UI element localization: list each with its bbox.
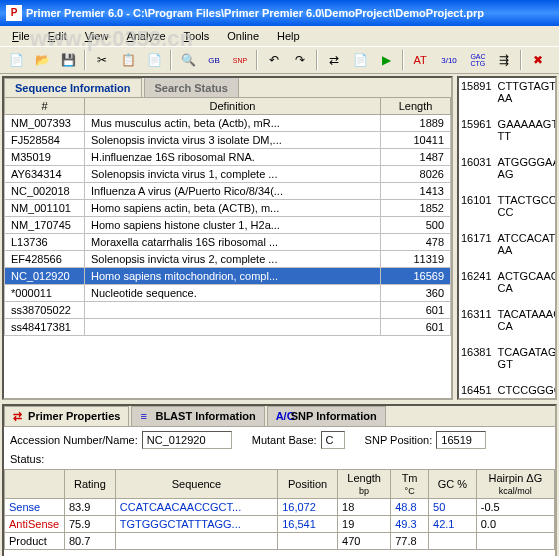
menu-tools[interactable]: Tools — [176, 28, 218, 44]
table-row[interactable]: EF428566Solenopsis invicta virus 2, comp… — [5, 251, 451, 268]
separator — [256, 50, 258, 70]
menu-analyze[interactable]: Analyze — [118, 28, 173, 44]
tool-swap[interactable]: ⇄ — [322, 49, 346, 71]
pcol-pos[interactable]: Position — [278, 470, 338, 499]
table-row[interactable]: NC_012920Homo sapiens mitochondrion, com… — [5, 268, 451, 285]
sequence-line: 16311TACATAAAGC CA — [461, 308, 553, 332]
sequence-table: # Definition Length NM_007393Mus musculu… — [4, 97, 451, 336]
tool-gb[interactable]: GB — [202, 49, 226, 71]
toolbar: 📄 📂 💾 ✂ 📋 📄 🔍 GB SNP ↶ ↷ ⇄ 📄 ▶ AT 3/10 G… — [0, 46, 559, 74]
table-row[interactable]: AY634314Solenopsis invicta virus 1, comp… — [5, 166, 451, 183]
acc-input[interactable] — [142, 431, 232, 449]
tool-save[interactable]: 💾 — [56, 49, 80, 71]
table-row[interactable]: ss38705022601 — [5, 302, 451, 319]
separator — [84, 50, 86, 70]
snp-input[interactable] — [436, 431, 486, 449]
window-title: Primer Premier 6.0 - C:\Program Files\Pr… — [26, 7, 484, 19]
separator — [316, 50, 318, 70]
separator — [402, 50, 404, 70]
tab-blast-info[interactable]: ≡ BLAST Information — [131, 406, 264, 426]
tool-search[interactable]: 🔍 — [176, 49, 200, 71]
sequence-line: 16381TCAGATAGGG GT — [461, 346, 553, 370]
tab-sequence-info[interactable]: Sequence Information — [4, 78, 142, 97]
sequence-line: 16031ATGGGGAAGC AG — [461, 156, 553, 180]
table-row[interactable]: *000011Nucleotide sequence.360 — [5, 285, 451, 302]
separator — [520, 50, 522, 70]
sequence-table-wrap[interactable]: # Definition Length NM_007393Mus musculu… — [4, 97, 451, 398]
table-row[interactable]: NM_001101Homo sapiens actin, beta (ACTB)… — [5, 200, 451, 217]
tool-new[interactable]: 📄 — [4, 49, 28, 71]
tool-open[interactable]: 📂 — [30, 49, 54, 71]
col-len[interactable]: Length — [381, 98, 451, 115]
menu-edit[interactable]: Edit — [40, 28, 75, 44]
tool-cut[interactable]: ✂ — [90, 49, 114, 71]
tool-gac[interactable]: GACCTG — [466, 49, 490, 71]
primer-row[interactable]: Sense83.9CCATCAACAACCGCT...16,0721848.85… — [5, 499, 555, 516]
table-row[interactable]: FJ528584Solenopsis invicta virus 3 isola… — [5, 132, 451, 149]
sequence-viewer[interactable]: 15891CTTGTAGTAT AA15961GAAAAAGTCT TT1603… — [457, 76, 557, 400]
pcol-gc[interactable]: GC % — [429, 470, 477, 499]
tool-copy[interactable]: 📋 — [116, 49, 140, 71]
pcol-seq[interactable]: Sequence — [115, 470, 277, 499]
tool-shuffle[interactable]: ⇶ — [492, 49, 516, 71]
tool-redo[interactable]: ↷ — [288, 49, 312, 71]
tool-undo[interactable]: ↶ — [262, 49, 286, 71]
mut-label: Mutant Base: — [252, 434, 317, 446]
sequence-line: 16451CTCCGGGCCC AT — [461, 384, 553, 400]
pcol-hp[interactable]: Hairpin ΔGkcal/mol — [476, 470, 554, 499]
col-num[interactable]: # — [5, 98, 85, 115]
sequence-line: 16241ACTGCAACTC CA — [461, 270, 553, 294]
app-icon: P — [6, 5, 22, 21]
menu-file[interactable]: File — [4, 28, 38, 44]
pcol-tm[interactable]: Tm°C — [391, 470, 429, 499]
pcol-blank[interactable] — [5, 470, 65, 499]
tool-play[interactable]: ▶ — [374, 49, 398, 71]
tab-snp-info[interactable]: A/C SNP Information — [267, 406, 386, 426]
sequence-line: 16171ATCCACATCA AA — [461, 232, 553, 256]
table-row[interactable]: NM_170745Homo sapiens histone cluster 1,… — [5, 217, 451, 234]
bottom-pane: ⇄ Primer Properties ≡ BLAST Information … — [2, 404, 557, 556]
menubar: File Edit View Analyze Tools Online Help — [0, 26, 559, 46]
table-row[interactable]: M35019H.influenzae 16S ribosomal RNA.148… — [5, 149, 451, 166]
pcol-len[interactable]: Lengthbp — [338, 470, 391, 499]
acc-label: Accession Number/Name: — [10, 434, 138, 446]
tool-doc[interactable]: 📄 — [348, 49, 372, 71]
mut-input[interactable] — [321, 431, 345, 449]
tab-search-status[interactable]: Search Status — [144, 78, 239, 97]
menu-online[interactable]: Online — [219, 28, 267, 44]
tool-ratio[interactable]: 3/10 — [434, 49, 464, 71]
pcol-rating[interactable]: Rating — [65, 470, 116, 499]
tab-primer-properties[interactable]: ⇄ Primer Properties — [4, 406, 129, 426]
table-row[interactable]: NC_002018Influenza A virus (A/Puerto Ric… — [5, 183, 451, 200]
titlebar: P Primer Premier 6.0 - C:\Program Files\… — [0, 0, 559, 26]
table-row[interactable]: L13736Moraxella catarrhalis 16S ribosoma… — [5, 234, 451, 251]
menu-help[interactable]: Help — [269, 28, 308, 44]
primer-table: Rating Sequence Position Lengthbp Tm°C G… — [4, 469, 555, 550]
sequence-line: 16101TTACTGCCAG CC — [461, 194, 553, 218]
col-def[interactable]: Definition — [85, 98, 381, 115]
sequence-line: 15961GAAAAAGTCT TT — [461, 118, 553, 142]
snp-label: SNP Position: — [365, 434, 433, 446]
table-row[interactable]: NM_007393Mus musculus actin, beta (Actb)… — [5, 115, 451, 132]
primer-row[interactable]: Product80.747077.8 — [5, 533, 555, 550]
left-pane: Sequence Information Search Status # Def… — [2, 76, 453, 400]
tool-paste[interactable]: 📄 — [142, 49, 166, 71]
table-row[interactable]: ss48417381601 — [5, 319, 451, 336]
sequence-line: 15891CTTGTAGTAT AA — [461, 80, 553, 104]
menu-view[interactable]: View — [77, 28, 117, 44]
tool-close[interactable]: ✖ — [526, 49, 550, 71]
primer-row[interactable]: AntiSense75.9TGTGGGCTATTTAGG...16,541194… — [5, 516, 555, 533]
separator — [170, 50, 172, 70]
tool-at[interactable]: AT — [408, 49, 432, 71]
primer-table-wrap[interactable]: Rating Sequence Position Lengthbp Tm°C G… — [4, 469, 555, 556]
status-label: Status: — [10, 453, 44, 465]
tool-snp[interactable]: SNP — [228, 49, 252, 71]
